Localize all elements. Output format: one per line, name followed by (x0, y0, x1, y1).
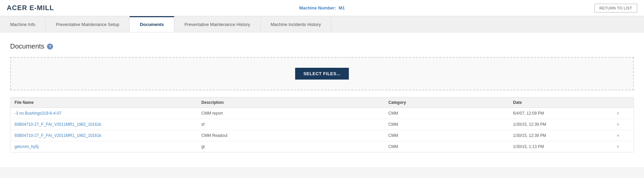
file-description: CMM report (197, 108, 384, 119)
machine-number-label: Machine Number: (299, 5, 336, 10)
col-header-filename: File Name (10, 97, 198, 108)
table-row: getcmm_hy5jgtCMM1/30/15, 1:13 PM× (10, 141, 634, 152)
table-row: -3 no Bushings319-6-4-07CMM reportCMM6/4… (10, 108, 634, 119)
file-link[interactable]: -3 no Bushings319-6-4-07 (15, 111, 61, 116)
machine-number: Machine Number: M1 (299, 5, 345, 10)
app-title: ACER E-MILL (7, 4, 54, 12)
table-row: 65B04710-27_F_FAI_V2011MR1_1982_10161ksf… (10, 119, 634, 130)
col-header-category: Category (384, 97, 509, 108)
machine-number-value: M1 (339, 5, 345, 10)
file-date: 1/30/15, 12:39 PM (509, 130, 602, 141)
file-link[interactable]: 65B04710-27_F_FAI_V2011MR1_1982_10161k (15, 133, 101, 138)
section-title: Documents ? (10, 42, 634, 50)
file-description: gt (197, 141, 384, 152)
file-date: 1/30/15, 12:39 PM (509, 119, 602, 130)
file-link[interactable]: getcmm_hy5j (15, 144, 38, 149)
files-table: File Name Description Category Date -3 n… (10, 97, 634, 152)
delete-file-button[interactable]: × (615, 144, 621, 149)
return-to-list-button[interactable]: RETURN TO LIST (594, 4, 637, 12)
file-category: CMM (384, 130, 509, 141)
header: ACER E-MILL Machine Number: M1 RETURN TO… (0, 0, 644, 16)
file-link[interactable]: 65B04710-27_F_FAI_V2011MR1_1982_10161k (15, 122, 101, 127)
delete-file-button[interactable]: × (615, 111, 621, 116)
file-category: CMM (384, 108, 509, 119)
file-description: sf (197, 119, 384, 130)
file-description: CMM Readout (197, 130, 384, 141)
delete-file-button[interactable]: × (615, 122, 621, 127)
table-row: 65B04710-27_F_FAI_V2011MR1_1982_10161kCM… (10, 130, 634, 141)
tab-documents[interactable]: Documents (130, 16, 174, 32)
table-header: File Name Description Category Date (10, 97, 634, 108)
file-category: CMM (384, 119, 509, 130)
col-header-action (602, 97, 634, 108)
delete-file-button[interactable]: × (615, 133, 621, 138)
col-header-description: Description (197, 97, 384, 108)
file-date: 1/30/15, 1:13 PM (509, 141, 602, 152)
tab-incidents-history[interactable]: Machine Incidents History (261, 16, 332, 32)
tab-pm-setup[interactable]: Preventative Maintenance Setup (46, 16, 130, 32)
select-files-button[interactable]: SELECT FILES... (295, 68, 349, 80)
tab-bar: Machine Info Preventative Maintenance Se… (0, 16, 644, 32)
table-body: -3 no Bushings319-6-4-07CMM reportCMM6/4… (10, 108, 634, 152)
file-date: 6/4/07, 12:09 PM (509, 108, 602, 119)
section-title-text: Documents (10, 42, 44, 50)
col-header-date: Date (509, 97, 602, 108)
file-category: CMM (384, 141, 509, 152)
upload-area: SELECT FILES... (10, 57, 634, 90)
tab-pm-history[interactable]: Preventative Maintenance History (174, 16, 260, 32)
main-content: Documents ? SELECT FILES... File Name De… (0, 32, 644, 167)
tab-machine-info[interactable]: Machine Info (0, 16, 46, 32)
help-icon[interactable]: ? (47, 43, 53, 50)
